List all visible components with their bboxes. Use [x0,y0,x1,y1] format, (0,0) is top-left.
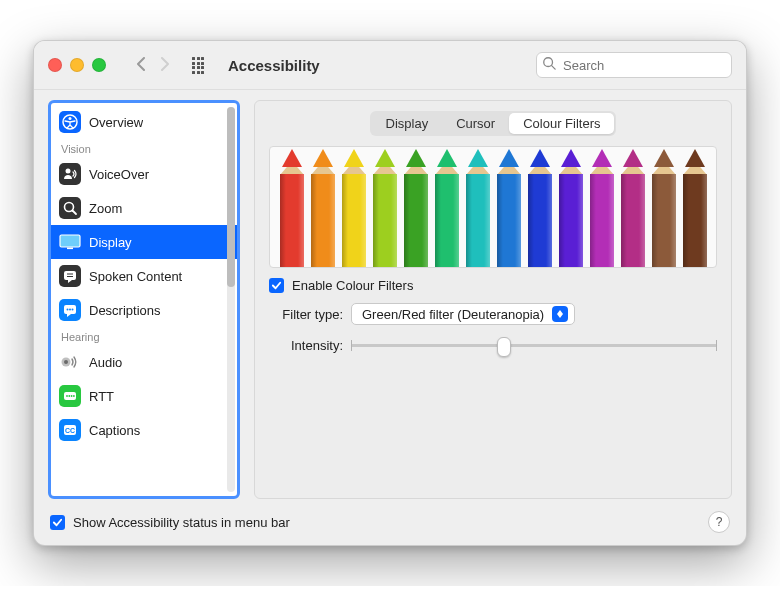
sidebar-item-label: Captions [89,423,140,438]
filter-type-row: Filter type: Green/Red filter (Deuterano… [269,303,717,325]
svg-point-22 [73,395,75,397]
pencil [277,147,306,267]
enable-colour-filters-row: Enable Colour Filters [269,278,717,293]
filter-type-value: Green/Red filter (Deuteranopia) [362,307,544,322]
nav-arrows [132,53,174,78]
chevron-updown-icon [552,306,568,322]
rtt-icon [59,385,81,407]
pencil [556,147,585,267]
sidebar-item-label: Overview [89,115,143,130]
sidebar-item-label: Descriptions [89,303,161,318]
search-field[interactable] [536,52,732,78]
show-status-label: Show Accessibility status in menu bar [73,515,290,530]
sidebar-item-display[interactable]: Display [51,225,237,259]
show-all-button[interactable] [192,57,208,73]
window-title: Accessibility [228,57,320,74]
sidebar-item-label: Zoom [89,201,122,216]
maximize-button[interactable] [92,58,106,72]
voiceover-icon [59,163,81,185]
filter-type-label: Filter type: [269,307,343,322]
zoom-icon [59,197,81,219]
svg-line-1 [552,66,556,70]
sidebar-item-rtt[interactable]: RTT [51,379,237,413]
pencil [649,147,678,267]
spoken-content-icon [59,265,81,287]
pencil [680,147,709,267]
sidebar-item-zoom[interactable]: Zoom [51,191,237,225]
footer: Show Accessibility status in menu bar ? [34,505,746,545]
pencil [339,147,368,267]
tab-cursor[interactable]: Cursor [442,113,509,134]
sidebar-item-label: Audio [89,355,122,370]
sidebar: OverviewVisionVoiceOverZoomDisplaySpoken… [48,100,240,499]
scrollbar-thumb[interactable] [227,107,235,287]
svg-point-19 [66,395,68,397]
svg-point-3 [69,117,72,120]
enable-colour-filters-checkbox[interactable] [269,278,284,293]
svg-point-13 [67,309,69,311]
sidebar-item-descriptions[interactable]: Descriptions [51,293,237,327]
close-button[interactable] [48,58,62,72]
display-icon [59,231,81,253]
scrollbar-track[interactable] [227,107,235,492]
svg-rect-7 [60,235,80,247]
slider-thumb[interactable] [497,337,511,357]
svg-point-21 [71,395,73,397]
pencil [308,147,337,267]
sidebar-section-header: Vision [51,139,237,157]
descriptions-icon [59,299,81,321]
pencil [401,147,430,267]
back-button[interactable] [132,53,150,78]
accessibility-icon [59,111,81,133]
pencil [432,147,461,267]
sidebar-section-header: Hearing [51,327,237,345]
intensity-label: Intensity: [269,338,343,353]
intensity-slider[interactable] [351,335,717,355]
pencil [618,147,647,267]
minimize-button[interactable] [70,58,84,72]
svg-line-6 [73,211,77,215]
tab-display[interactable]: Display [372,113,443,134]
show-status-checkbox[interactable] [50,515,65,530]
sidebar-item-audio[interactable]: Audio [51,345,237,379]
help-button[interactable]: ? [708,511,730,533]
svg-rect-9 [64,271,76,280]
sidebar-item-voiceover[interactable]: VoiceOver [51,157,237,191]
pencil [525,147,554,267]
svg-point-4 [66,169,71,174]
audio-icon [59,351,81,373]
traffic-lights [48,58,106,72]
captions-icon: CC [59,419,81,441]
enable-colour-filters-label: Enable Colour Filters [292,278,413,293]
intensity-row: Intensity: [269,335,717,355]
pencil [494,147,523,267]
search-icon [542,56,556,73]
sidebar-item-label: Display [89,235,132,250]
svg-point-15 [72,309,74,311]
sidebar-item-label: Spoken Content [89,269,182,284]
sidebar-item-overview[interactable]: Overview [51,105,237,139]
search-input[interactable] [536,52,732,78]
pencil [463,147,492,267]
svg-point-20 [68,395,70,397]
svg-text:CC: CC [65,427,75,434]
svg-rect-8 [67,248,73,250]
svg-point-17 [64,360,68,364]
pencil [370,147,399,267]
forward-button[interactable] [156,53,174,78]
pencil [587,147,616,267]
filter-type-popup[interactable]: Green/Red filter (Deuteranopia) [351,303,575,325]
colour-filter-preview [269,146,717,268]
svg-point-14 [69,309,71,311]
tab-group: DisplayCursorColour Filters [370,111,617,136]
sidebar-item-label: RTT [89,389,114,404]
tab-colour-filters[interactable]: Colour Filters [509,113,614,134]
sidebar-item-captions[interactable]: CCCaptions [51,413,237,447]
sidebar-item-spoken-content[interactable]: Spoken Content [51,259,237,293]
toolbar: Accessibility [34,41,746,90]
sidebar-item-label: VoiceOver [89,167,149,182]
content-pane: DisplayCursorColour Filters Enable Colou… [254,100,732,499]
preferences-window: Accessibility OverviewVisionVoiceOverZoo… [33,40,747,546]
